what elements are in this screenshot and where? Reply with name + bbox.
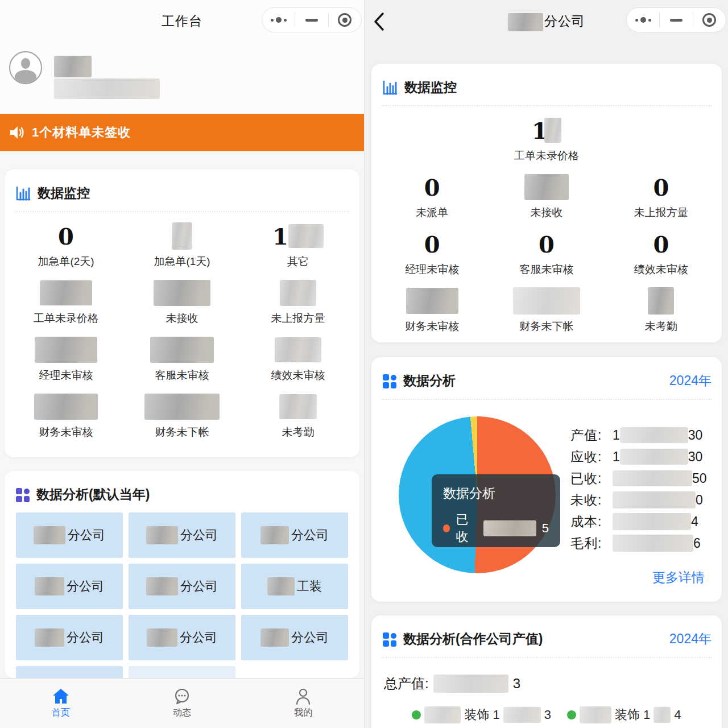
section-title: 数据分析(合作公司产值) <box>403 630 543 648</box>
company-button[interactable]: 分公司 <box>241 512 348 558</box>
stat-gross-profit: 毛利: 6 <box>570 532 713 554</box>
year-filter-link[interactable]: 2024年 <box>669 630 712 648</box>
screenshot-stage: 工作台 1个材料单未签收 <box>0 0 728 728</box>
company-button-partial[interactable] <box>16 666 123 678</box>
person-icon <box>21 58 30 69</box>
stat-no-price[interactable]: 工单未录价格 <box>8 272 124 329</box>
target-icon[interactable] <box>329 8 361 32</box>
stat-no-price[interactable]: 1 工单未录价格 <box>489 110 603 167</box>
stat-not-received[interactable]: 未接收 <box>489 167 603 224</box>
stat-output-value: 产值: 130 <box>570 424 713 446</box>
tab-home[interactable]: 首页 <box>0 679 121 728</box>
divider <box>382 399 712 400</box>
company-button[interactable]: 分公司 <box>16 512 123 558</box>
stat-no-volume[interactable]: 未上报方量 <box>240 272 356 329</box>
grid-icon <box>382 631 398 647</box>
notice-banner[interactable]: 1个材料单未签收 <box>0 114 364 151</box>
legend-item: 装饰 1 4 <box>567 706 681 723</box>
target-icon[interactable] <box>693 8 726 32</box>
tab-bar: 首页 动态 我的 <box>0 678 364 728</box>
stat-no-volume[interactable]: 0 未上报方量 <box>604 167 718 224</box>
section-title: 数据监控 <box>38 184 90 202</box>
data-analysis-card: 数据分析(默认当年) 分公司 分公司 分公司 分公司 分公司 工装 分公司 分公… <box>5 471 359 678</box>
legend-dot-icon <box>567 710 576 719</box>
chat-icon <box>173 688 191 705</box>
section-header: 数据分析 2024年 <box>371 357 722 399</box>
speaker-icon <box>9 125 25 140</box>
stat-finance-unreviewed[interactable]: 财务未审核 <box>8 386 124 443</box>
stat-finance-unbooked[interactable]: 财务未下帐 <box>489 280 603 337</box>
coop-analysis-card: 数据分析(合作公司产值) 2024年 总产值: 3 装饰 1 3 <box>371 615 722 728</box>
home-icon <box>52 688 70 705</box>
section-title: 数据分析(默认当年) <box>36 486 150 503</box>
company-button[interactable]: 分公司 <box>129 512 235 558</box>
banner-text: 1个材料单未签收 <box>32 124 131 141</box>
stat-manager-unreviewed[interactable]: 0 经理未审核 <box>375 224 489 280</box>
avatar[interactable] <box>9 51 42 84</box>
legend-item: 装饰 1 3 <box>412 706 551 723</box>
stat-other[interactable]: 1 其它 <box>240 216 356 272</box>
bar-chart-icon <box>382 79 399 96</box>
section-header: 数据监控 <box>5 169 359 211</box>
stat-service-unreviewed[interactable]: 客服未审核 <box>124 329 240 386</box>
stat-manager-unreviewed[interactable]: 经理未审核 <box>8 329 124 386</box>
branch-header: 分公司 <box>365 0 728 43</box>
legend-dot-icon <box>412 710 421 719</box>
workbench-header: 工作台 <box>0 0 364 43</box>
stat-finance-unbooked[interactable]: 财务未下帐 <box>124 386 240 443</box>
series-dot-icon <box>443 524 450 532</box>
section-header: 数据监控 <box>371 64 722 105</box>
stat-finance-unreviewed[interactable]: 财务未审核 <box>375 280 489 337</box>
company-button-grid: 分公司 分公司 分公司 分公司 分公司 工装 分公司 分公司 分公司 <box>5 512 359 678</box>
miniprogram-capsule <box>626 7 726 32</box>
company-button[interactable]: 分公司 <box>16 564 123 609</box>
company-button[interactable]: 分公司 <box>129 564 235 609</box>
stat-receivable: 应收: 130 <box>570 446 713 468</box>
stat-cost: 成本: 4 <box>570 511 713 532</box>
coop-legend: 装饰 1 3 装饰 1 4 <box>371 706 722 723</box>
data-monitor-card: 数据监控 1 工单未录价格 0 未派单 未接收 0 未上报方量 <box>371 64 722 342</box>
tooltip-value-suffix: 5 <box>542 521 549 536</box>
stat-unreceived: 未收: 0 <box>570 489 713 511</box>
company-button[interactable]: 分公司 <box>241 615 348 660</box>
stat-no-attendance[interactable]: 未考勤 <box>604 280 718 337</box>
minimize-icon[interactable] <box>295 8 328 32</box>
minimize-icon[interactable] <box>660 8 692 32</box>
more-dots-icon[interactable] <box>262 8 295 32</box>
stat-received: 已收: 50 <box>570 468 713 489</box>
section-title: 数据分析 <box>403 372 456 390</box>
section-header: 数据分析(合作公司产值) 2024年 <box>371 615 722 657</box>
company-button-partial[interactable] <box>129 666 235 678</box>
chart-tooltip: 数据分析 已收 5 <box>432 474 560 547</box>
stat-performance-unreviewed[interactable]: 0 绩效未审核 <box>604 224 718 280</box>
section-header: 数据分析(默认当年) <box>5 471 359 512</box>
tab-mine[interactable]: 我的 <box>243 679 364 728</box>
branch-detail-page: 分公司 数据监控 <box>364 0 728 728</box>
person-icon <box>294 688 312 705</box>
company-button[interactable]: 分公司 <box>16 615 123 660</box>
stat-service-unreviewed[interactable]: 0 客服未审核 <box>489 224 603 280</box>
monitor-grid: 1 工单未录价格 0 未派单 未接收 0 未上报方量 0 经理未审核 <box>371 106 722 337</box>
censored-username-line1 <box>54 56 92 77</box>
data-monitor-card: 数据监控 0 加急单(2天) 加急单(1天) 1 其它 工单未录 <box>5 169 359 457</box>
stat-not-received[interactable]: 未接收 <box>124 272 240 329</box>
miniprogram-capsule <box>262 7 362 32</box>
stat-undispatched[interactable]: 0 未派单 <box>375 167 489 224</box>
workbench-page: 工作台 1个材料单未签收 <box>0 0 364 728</box>
censored-username-line2 <box>54 78 160 99</box>
stat-urgent-2d[interactable]: 0 加急单(2天) <box>8 216 124 272</box>
stat-urgent-1d[interactable]: 加急单(1天) <box>124 216 240 272</box>
stat-no-attendance[interactable]: 未考勤 <box>240 386 356 443</box>
analysis-stats: 产值: 130 应收: 130 已收: 50 未收: 0 成本: 4 <box>570 424 713 554</box>
bar-chart-icon <box>15 185 32 202</box>
company-button[interactable]: 分公司 <box>129 615 235 660</box>
more-dots-icon[interactable] <box>627 8 659 32</box>
stat-performance-unreviewed[interactable]: 绩效未审核 <box>240 329 356 386</box>
user-info-row <box>0 43 364 114</box>
tab-moments[interactable]: 动态 <box>121 679 242 728</box>
grid-icon <box>382 373 398 389</box>
tooltip-title: 数据分析 <box>443 485 549 502</box>
company-button[interactable]: 工装 <box>241 564 348 609</box>
year-filter-link[interactable]: 2024年 <box>669 372 712 390</box>
more-details-link[interactable]: 更多详情 <box>652 569 705 586</box>
